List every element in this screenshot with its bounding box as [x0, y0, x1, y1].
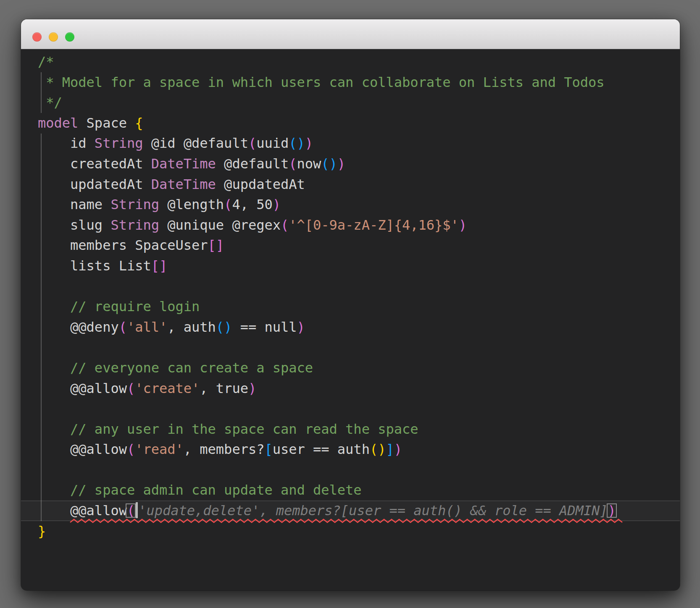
- code-token: , members?: [184, 441, 265, 457]
- code-token: ): [273, 197, 281, 212]
- code-token: , auth: [167, 319, 216, 335]
- code-token: ): [394, 441, 402, 457]
- code-token: ): [608, 503, 616, 519]
- code-token: members SpaceUser: [38, 237, 208, 253]
- code-line[interactable]: createdAt DateTime @default(now()): [21, 154, 680, 174]
- code-line[interactable]: @@deny('all', auth() == null): [21, 317, 680, 338]
- code-token: []: [151, 258, 168, 274]
- close-button[interactable]: [32, 32, 42, 42]
- code-token: now: [297, 156, 321, 172]
- code-token: updatedAt: [38, 176, 151, 192]
- code-token: @updatedAt: [216, 176, 305, 192]
- code-token: , true: [200, 380, 248, 396]
- zoom-button[interactable]: [65, 32, 74, 42]
- code-token: DateTime: [151, 176, 216, 192]
- code-token: Space: [78, 115, 135, 131]
- code-token: == null: [232, 319, 297, 335]
- code-token: (: [127, 441, 135, 457]
- code-line[interactable]: [21, 398, 680, 419]
- titlebar[interactable]: [21, 19, 680, 49]
- code-token: }: [38, 523, 46, 539]
- code-token: * Model for a space in which users can c…: [38, 74, 605, 90]
- code-token: (: [281, 217, 289, 233]
- code-token: slug: [38, 217, 111, 233]
- code-token: (): [216, 319, 232, 335]
- code-line[interactable]: id String @id @default(uuid()): [21, 133, 680, 154]
- text-cursor: [136, 502, 138, 518]
- code-token: 'create': [135, 380, 200, 396]
- code-token: (): [289, 135, 305, 151]
- code-line[interactable]: [21, 276, 680, 297]
- code-token: @default: [216, 156, 289, 172]
- code-token: ): [305, 135, 313, 151]
- code-token: 4, 50: [232, 197, 272, 212]
- code-line[interactable]: lists List[]: [21, 256, 680, 276]
- code-token: [: [264, 441, 272, 457]
- code-token: (): [321, 156, 337, 172]
- code-token: @@deny: [38, 319, 119, 335]
- code-token: ): [248, 380, 256, 396]
- code-token: (: [224, 197, 232, 212]
- code-token: String: [111, 197, 159, 212]
- code-token: id: [38, 135, 95, 151]
- code-line[interactable]: * Model for a space in which users can c…: [21, 72, 680, 93]
- code-token: 'all': [127, 319, 167, 335]
- code-token: String: [95, 135, 143, 151]
- traffic-lights: [32, 32, 74, 42]
- code-token: // everyone can create a space: [38, 360, 313, 376]
- code-line[interactable]: [21, 460, 680, 480]
- code-token: ): [337, 156, 345, 172]
- code-token: @id @default: [143, 135, 248, 151]
- code-line[interactable]: @@allow('read', members?[user == auth()]…: [21, 439, 680, 460]
- ghost-suggestion-text: 'update,delete', members?[user == auth()…: [138, 503, 608, 519]
- code-token: (: [127, 503, 135, 519]
- code-line[interactable]: members SpaceUser[]: [21, 235, 680, 256]
- code-token: */: [38, 94, 62, 110]
- code-token: name: [38, 197, 111, 212]
- code-line[interactable]: // space admin can update and delete: [21, 480, 680, 501]
- code-lines: /* * Model for a space in which users ca…: [21, 49, 680, 541]
- code-token: @length: [159, 197, 224, 212]
- code-token: (): [370, 441, 386, 457]
- code-line[interactable]: [21, 337, 680, 358]
- code-line[interactable]: // require login: [21, 296, 680, 317]
- code-token: ): [459, 217, 467, 233]
- macos-window: /* * Model for a space in which users ca…: [21, 19, 680, 590]
- code-token: // require login: [38, 299, 200, 314]
- code-token: @unique @regex: [159, 217, 281, 233]
- code-line[interactable]: /*: [21, 52, 680, 72]
- code-line[interactable]: name String @length(4, 50): [21, 194, 680, 215]
- code-line[interactable]: slug String @unique @regex('^[0-9a-zA-Z]…: [21, 215, 680, 236]
- code-line[interactable]: model Space {: [21, 113, 680, 134]
- error-region: @@allow('update,delete', members?[user =…: [70, 501, 616, 521]
- code-line[interactable]: */: [21, 92, 680, 113]
- code-token: []: [208, 237, 224, 253]
- minimize-button[interactable]: [49, 32, 58, 42]
- code-token: (: [127, 380, 135, 396]
- code-token: (: [289, 156, 297, 172]
- code-token: lists List: [38, 258, 151, 274]
- code-token: // any user in the space can read the sp…: [38, 421, 418, 437]
- code-token: uuid: [256, 135, 289, 151]
- code-token: (: [119, 319, 127, 335]
- code-line[interactable]: }: [21, 521, 680, 542]
- code-token: createdAt: [38, 156, 151, 172]
- code-token: ]: [386, 441, 394, 457]
- code-token: '^[0-9a-zA-Z]{4,16}$': [289, 217, 459, 233]
- code-editor[interactable]: /* * Model for a space in which users ca…: [21, 49, 680, 590]
- code-token: DateTime: [151, 156, 216, 172]
- code-token: [38, 503, 70, 519]
- code-token: // space admin can update and delete: [38, 482, 362, 498]
- code-token: @@allow: [38, 441, 127, 457]
- code-line[interactable]: // any user in the space can read the sp…: [21, 419, 680, 440]
- code-token: 'read': [135, 441, 184, 457]
- code-line[interactable]: @@allow('create', true): [21, 378, 680, 399]
- code-line[interactable]: @@allow('update,delete', members?[user =…: [21, 501, 680, 521]
- code-token: (: [248, 135, 256, 151]
- code-token: user == auth: [273, 441, 370, 457]
- code-token: ): [297, 319, 305, 335]
- code-line[interactable]: updatedAt DateTime @updatedAt: [21, 174, 680, 195]
- code-token: @@allow: [38, 380, 127, 396]
- code-token: @@allow: [70, 503, 127, 519]
- code-line[interactable]: // everyone can create a space: [21, 358, 680, 378]
